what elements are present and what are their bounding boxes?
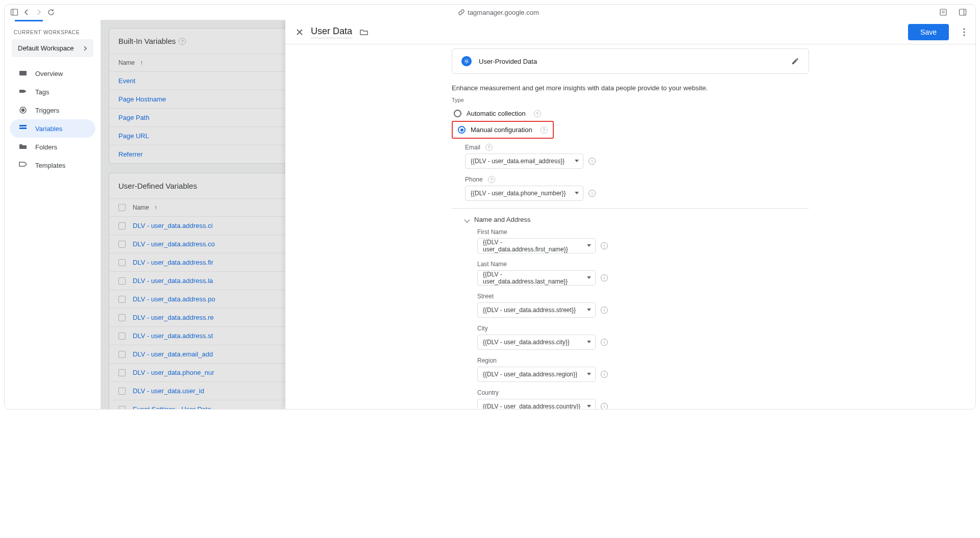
overview-icon: [19, 69, 27, 78]
variable-editor-modal: User Data Save User-Provided Data Enhanc…: [285, 20, 975, 409]
variable-title[interactable]: User Data: [311, 26, 352, 38]
city-label: City: [477, 325, 809, 332]
help-icon[interactable]: ?: [485, 144, 493, 151]
last-name-label: Last Name: [477, 261, 809, 268]
sidebar-item-folders[interactable]: Folders: [10, 138, 95, 156]
chevron-down-icon: [464, 217, 470, 222]
info-icon[interactable]: i: [601, 274, 608, 281]
chevron-right-icon: [83, 45, 87, 52]
first-name-label: First Name: [477, 228, 809, 236]
description-text: Enhance measurement and get more insight…: [452, 84, 809, 92]
sidebar: CURRENT WORKSPACE Default Workspace Over…: [5, 20, 101, 409]
email-select[interactable]: {{DLV - user_data.email_address}}: [465, 153, 583, 169]
info-icon[interactable]: i: [589, 190, 596, 197]
phone-select[interactable]: {{DLV - user_data.phone_number}}: [465, 186, 583, 201]
first-name-select[interactable]: {{DLV - user_data.address.first_name}}: [477, 238, 596, 253]
region-label: Region: [477, 357, 809, 364]
url-text: tagmanager.google.com: [468, 9, 538, 16]
variable-type-label: User-Provided Data: [479, 58, 537, 65]
info-icon[interactable]: i: [601, 306, 608, 314]
sidebar-item-tags[interactable]: Tags: [10, 83, 95, 101]
city-select[interactable]: {{DLV - user_data.address.city}}: [477, 335, 596, 350]
sidebar-item-label: Overview: [35, 70, 63, 78]
chevron-down-icon: [587, 341, 591, 344]
back-icon[interactable]: [22, 8, 31, 17]
type-label: Type: [452, 97, 809, 103]
phone-label: Phone ?: [465, 176, 809, 183]
svg-point-14: [963, 34, 965, 36]
note-icon[interactable]: [939, 8, 948, 17]
forward-icon: [34, 8, 43, 17]
country-label: Country: [477, 389, 809, 396]
svg-rect-5: [960, 9, 966, 15]
radio-manual[interactable]: Manual configuration ?: [455, 124, 551, 135]
radio-icon: [458, 126, 465, 134]
help-icon[interactable]: ?: [534, 110, 541, 117]
svg-rect-7: [19, 71, 27, 75]
sidebar-item-label: Templates: [35, 162, 65, 169]
svg-point-12: [963, 28, 965, 30]
trigger-icon: [19, 106, 27, 114]
chevron-down-icon: [587, 244, 591, 247]
street-select[interactable]: {{DLV - user_data.address.street}}: [477, 302, 596, 318]
chevron-down-icon: [587, 309, 591, 312]
help-icon[interactable]: ?: [541, 126, 548, 134]
link-icon: [458, 9, 464, 15]
radio-automatic[interactable]: Automatic collection ?: [452, 106, 809, 121]
svg-rect-10: [19, 125, 27, 126]
help-icon[interactable]: ?: [488, 176, 495, 183]
workspace-selector[interactable]: Default Workspace: [12, 39, 93, 57]
info-icon[interactable]: i: [601, 242, 608, 249]
folder-icon: [19, 143, 27, 151]
radio-icon: [454, 110, 461, 117]
chevron-down-icon: [575, 160, 579, 163]
radio-label: Manual configuration: [471, 126, 532, 134]
chevron-down-icon: [587, 276, 591, 279]
tag-icon: [19, 88, 27, 96]
chevron-down-icon: [587, 373, 591, 376]
variables-icon: [19, 124, 27, 133]
country-select[interactable]: {{DLV - user_data.address.country}}: [477, 399, 596, 409]
browser-toolbar: tagmanager.google.com: [5, 5, 975, 20]
svg-point-13: [963, 31, 965, 33]
chevron-down-icon: [587, 405, 591, 408]
sidebar-item-label: Variables: [35, 125, 62, 133]
info-icon[interactable]: i: [601, 339, 608, 346]
pencil-icon[interactable]: [791, 57, 799, 65]
highlight-annotation: Manual configuration ?: [452, 121, 554, 139]
panel-right-icon[interactable]: [958, 8, 967, 17]
svg-point-15: [465, 60, 468, 62]
svg-rect-2: [940, 9, 946, 15]
sidebar-item-triggers[interactable]: Triggers: [10, 101, 95, 119]
template-icon: [19, 161, 27, 169]
modal-header: User Data Save: [285, 20, 975, 44]
radio-label: Automatic collection: [467, 110, 526, 117]
svg-rect-11: [19, 127, 27, 129]
sidebar-item-templates[interactable]: Templates: [10, 156, 95, 174]
street-label: Street: [477, 293, 809, 300]
info-icon[interactable]: i: [589, 158, 596, 165]
folder-icon[interactable]: [359, 28, 369, 36]
sidebar-item-label: Triggers: [35, 107, 59, 114]
active-tab-indicator: [15, 20, 43, 21]
svg-rect-0: [11, 9, 18, 15]
variable-type-card[interactable]: User-Provided Data: [452, 48, 809, 74]
workspace-name: Default Workspace: [18, 44, 74, 52]
region-select[interactable]: {{DLV - user_data.address.region}}: [477, 367, 596, 382]
email-label: Email ?: [465, 144, 809, 151]
sidebar-item-overview[interactable]: Overview: [10, 64, 95, 83]
sidebar-item-label: Tags: [35, 88, 49, 96]
sidebar-item-label: Folders: [35, 143, 57, 151]
close-icon[interactable]: [296, 28, 304, 36]
sidebar-item-variables[interactable]: Variables: [10, 119, 95, 138]
save-button[interactable]: Save: [908, 24, 949, 40]
name-address-section[interactable]: Name and Address: [465, 216, 809, 223]
svg-point-9: [22, 109, 24, 112]
info-icon[interactable]: i: [601, 403, 608, 409]
gear-icon: [461, 56, 472, 66]
reload-icon[interactable]: [46, 8, 56, 17]
info-icon[interactable]: i: [601, 371, 608, 378]
last-name-select[interactable]: {{DLV - user_data.address.last_name}}: [477, 270, 596, 286]
panel-left-icon[interactable]: [10, 8, 19, 17]
more-icon[interactable]: [963, 28, 965, 36]
